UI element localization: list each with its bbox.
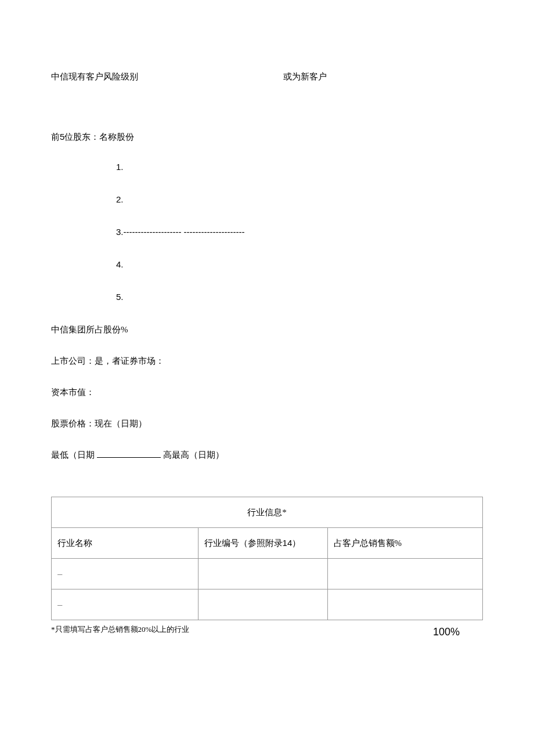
market-cap-field: 资本市值： — [51, 385, 483, 399]
citic-share-field: 中信集团所占股份% — [51, 323, 483, 337]
new-customer-label: 或为新客户 — [283, 70, 327, 84]
shareholder-item-5: 5. — [116, 290, 483, 304]
industry-table: 行业信息* 行业名称 行业编号（参照附录14） 占客户总销售额% – – — [51, 497, 483, 620]
risk-level-row: 中信现有客户风险级别 或为新客户 — [51, 70, 483, 84]
hundred-percent: 100% — [433, 624, 483, 641]
shareholder-item-1: 1. — [116, 160, 483, 174]
risk-level-label: 中信现有客户风险级别 — [51, 70, 283, 84]
table-col-industry-name: 行业名称 — [52, 528, 199, 559]
shareholder-item-3: 3.-------------------- -----------------… — [116, 225, 483, 239]
listed-company-field: 上市公司：是，者证券市场： — [51, 354, 483, 368]
stock-price-field: 股票价格：现在（日期） — [51, 417, 483, 431]
table-col-industry-code: 行业编号（参照附录14） — [198, 528, 327, 559]
table-footnote: *只需填写占客户总销售额20%以上的行业 — [51, 624, 189, 636]
shareholder-item-2: 2. — [116, 193, 483, 207]
footnote-row: *只需填写占客户总销售额20%以上的行业 100% — [51, 624, 483, 641]
table-title: 行业信息* — [52, 497, 483, 528]
shareholder-list: 1. 2. 3.-------------------- -----------… — [116, 160, 483, 304]
lowest-date-field: 最低（日期高最高（日期） — [51, 448, 483, 462]
shareholder-item-4: 4. — [116, 258, 483, 272]
table-col-sales-pct: 占客户总销售额% — [327, 528, 483, 559]
table-row: – — [52, 589, 483, 620]
date-underline — [97, 457, 161, 458]
top-shareholders-title: 前5位股东：名称股份 — [51, 130, 483, 144]
table-row: – — [52, 559, 483, 589]
